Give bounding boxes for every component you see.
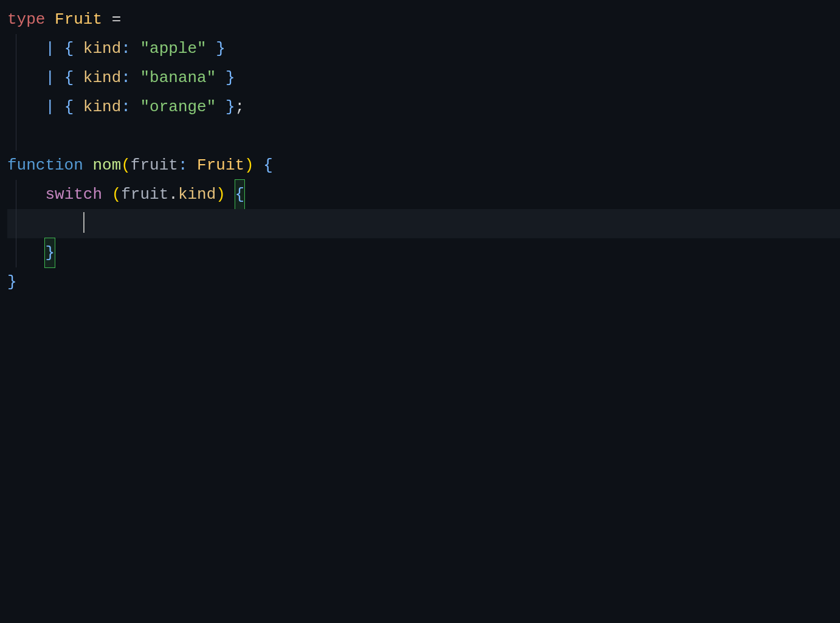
text-cursor (83, 212, 84, 233)
code-line-current[interactable] (7, 209, 840, 238)
rparen: ) (244, 156, 254, 174)
function-name: nom (92, 156, 121, 174)
colon: : (121, 98, 131, 116)
type-annotation: Fruit (197, 156, 244, 174)
string-literal: "banana" (140, 69, 216, 87)
code-line[interactable]: | { kind: "orange" }; (7, 92, 840, 122)
indent-guide (16, 63, 16, 92)
code-line-blank[interactable] (7, 122, 840, 151)
indent-guide (16, 122, 16, 151)
code-line[interactable]: | { kind: "banana" } (7, 63, 840, 92)
union-pipe: | (45, 98, 55, 116)
indent-guide (16, 180, 16, 209)
code-line[interactable]: } (7, 267, 840, 297)
indent-guide (16, 34, 16, 63)
rbrace: } (225, 69, 235, 87)
code-line[interactable]: switch (fruit.kind) { (7, 180, 840, 209)
keyword-function: function (7, 156, 83, 174)
rbrace: } (7, 273, 17, 291)
lparen: ( (112, 185, 122, 204)
colon: : (121, 69, 131, 87)
code-line[interactable]: } (7, 238, 840, 267)
lbrace: { (263, 156, 273, 174)
lbrace-matched: { (235, 179, 246, 210)
rbrace-matched: } (44, 238, 55, 268)
equals-operator: = (112, 10, 122, 29)
colon: : (121, 40, 131, 58)
property-kind: kind (83, 40, 121, 58)
parameter: fruit (131, 156, 178, 174)
code-line[interactable]: | { kind: "apple" } (7, 34, 840, 63)
property-access: kind (178, 185, 216, 204)
identifier: fruit (121, 185, 168, 204)
indent-guide (16, 238, 16, 267)
union-pipe: | (45, 69, 55, 87)
lbrace: { (64, 98, 74, 116)
code-line[interactable]: type Fruit = (7, 5, 840, 34)
semicolon: ; (235, 98, 245, 116)
type-name: Fruit (55, 10, 102, 29)
string-literal: "apple" (140, 40, 207, 58)
property-kind: kind (83, 69, 121, 87)
rbrace: } (225, 98, 235, 116)
keyword-type: type (7, 10, 45, 29)
string-literal: "orange" (140, 98, 216, 116)
indent-guide (16, 92, 16, 122)
dot-operator: . (168, 185, 178, 204)
rparen: ) (216, 185, 225, 204)
property-kind: kind (83, 98, 121, 116)
colon: : (178, 156, 188, 174)
lbrace: { (64, 69, 74, 87)
code-line[interactable]: function nom(fruit: Fruit) { (7, 151, 840, 180)
union-pipe: | (45, 40, 55, 58)
rbrace: } (216, 40, 225, 58)
lbrace: { (64, 40, 74, 58)
code-editor[interactable]: type Fruit = | { kind: "apple" } | { kin… (0, 0, 840, 297)
lparen: ( (121, 156, 131, 174)
indent-guide (16, 209, 16, 238)
keyword-switch: switch (45, 185, 102, 204)
